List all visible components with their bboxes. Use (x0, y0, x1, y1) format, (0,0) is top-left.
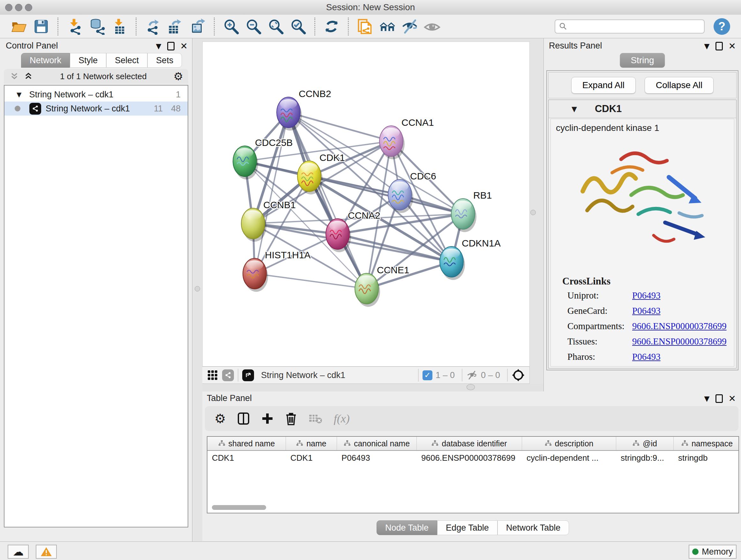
search-box[interactable] (555, 19, 704, 34)
hidden-eye-icon[interactable] (466, 370, 478, 380)
node-cdc6[interactable]: CDC6 (388, 171, 436, 213)
crosslink-link[interactable]: 9606.ENSP00000378699 (632, 336, 727, 347)
column-header-description[interactable]: description (522, 437, 616, 450)
table-horizontal-scrollbar[interactable] (212, 505, 266, 510)
collection-label: String Network – cdk1 (29, 90, 113, 100)
column-type-icon (632, 440, 639, 447)
delete-column-icon[interactable] (285, 412, 297, 425)
table-row[interactable]: CDK1CDK1P064939606.ENSP00000378699cyclin… (207, 451, 738, 465)
table-cell[interactable]: stringdb (674, 451, 739, 465)
crosslink-link[interactable]: P06493 (632, 352, 661, 362)
node-hist1h1a[interactable]: HIST1H1A (243, 250, 311, 292)
table-cell[interactable]: cyclin-dependent ... (522, 451, 616, 465)
export-table-icon[interactable] (167, 18, 184, 35)
tab-edge-table[interactable]: Edge Table (437, 520, 497, 535)
clone-network-icon[interactable] (357, 18, 374, 35)
tab-node-table[interactable]: Node Table (377, 520, 437, 535)
results-panel-collapse-icon[interactable]: ▼ (704, 42, 710, 50)
zoom-in-icon[interactable] (223, 18, 239, 35)
hide-selected-icon[interactable] (401, 18, 418, 35)
network-options-gear-icon[interactable]: ⚙ (174, 70, 183, 83)
collection-expand-icon[interactable]: ▼ (17, 91, 21, 98)
results-tab-string[interactable]: String (620, 53, 665, 68)
expand-all-button[interactable]: Expand All (571, 77, 636, 94)
tab-style[interactable]: Style (70, 53, 106, 68)
collapse-all-button[interactable]: Collapse All (645, 77, 714, 94)
results-panel-float-icon[interactable] (716, 42, 723, 51)
window-minimize-button[interactable] (15, 4, 22, 11)
node-ccna1[interactable]: CCNA1 (380, 117, 434, 159)
network-row[interactable]: String Network – cdk1 11 48 (4, 102, 188, 116)
collapse-all-networks-icon[interactable] (10, 71, 19, 81)
tab-select[interactable]: Select (106, 53, 147, 68)
warnings-button[interactable] (36, 545, 57, 559)
table-cell[interactable]: CDK1 (207, 451, 286, 465)
selected-nodes-checkbox[interactable]: ✓ (422, 370, 432, 380)
memory-button[interactable]: Memory (689, 545, 737, 559)
open-session-icon[interactable] (10, 18, 27, 35)
table-options-gear-icon[interactable]: ⚙ (214, 411, 226, 426)
control-panel-collapse-icon[interactable]: ▼ (156, 42, 161, 50)
node-cdkn1a[interactable]: CDKN1A (440, 238, 501, 280)
detach-view-icon[interactable] (242, 369, 254, 381)
table-cell[interactable]: stringdb:9... (616, 451, 674, 465)
crosslink-link[interactable]: P06493 (632, 306, 661, 316)
edge-ccne1-hist1h1a[interactable] (255, 273, 367, 289)
table-cell[interactable]: 9606.ENSP00000378699 (417, 451, 522, 465)
zoom-selected-icon[interactable] (290, 18, 307, 35)
table-cell[interactable]: P06493 (337, 451, 417, 465)
network-collection-row[interactable]: ▼ String Network – cdk1 1 (4, 87, 188, 102)
table-panel-collapse-icon[interactable]: ▼ (704, 395, 710, 402)
results-panel-close-icon[interactable]: ✕ (729, 41, 736, 51)
node-ccnb1[interactable]: CCNB1 (241, 199, 296, 242)
column-header-shared-name[interactable]: shared name (207, 437, 286, 450)
node-ccne1[interactable]: CCNE1 (355, 265, 409, 307)
refresh-icon[interactable] (323, 18, 340, 35)
right-splitter-handle[interactable] (530, 210, 536, 215)
window-close-button[interactable] (5, 4, 12, 11)
import-table-icon[interactable] (111, 18, 128, 35)
tab-sets[interactable]: Sets (147, 53, 182, 68)
node-rb1[interactable]: RB1 (451, 190, 492, 232)
column-header--id[interactable]: @id (616, 437, 674, 450)
grid-view-icon[interactable] (207, 369, 218, 381)
control-panel-close-icon[interactable]: ✕ (180, 41, 188, 51)
show-columns-icon[interactable] (237, 412, 250, 425)
window-zoom-button[interactable] (25, 4, 32, 11)
tab-network-table[interactable]: Network Table (497, 520, 569, 535)
first-neighbors-icon[interactable] (379, 18, 396, 35)
network-view-canvas[interactable]: CCNB2CCNA1CDC25BCDK1CDC6RB1CCNB1CCNA2CDK… (202, 42, 530, 367)
save-session-icon[interactable] (33, 18, 50, 35)
panel-divider-handle[interactable] (467, 384, 475, 390)
create-column-icon[interactable] (261, 412, 274, 425)
export-image-icon[interactable] (189, 18, 206, 35)
table-panel-close-icon[interactable]: ✕ (729, 393, 736, 404)
export-network-icon[interactable] (145, 18, 161, 35)
table-cell[interactable]: CDK1 (286, 451, 337, 465)
control-panel-float-icon[interactable] (167, 42, 175, 51)
table-panel-float-icon[interactable] (716, 394, 723, 403)
column-header-name[interactable]: name (286, 437, 337, 450)
cloud-status-button[interactable]: ☁ (8, 545, 29, 559)
crosslink-link[interactable]: 9606.ENSP00000378699 (632, 321, 727, 331)
help-button[interactable]: ? (714, 18, 730, 35)
column-header-database-identifier[interactable]: database identifier (417, 437, 522, 450)
import-network-from-database-icon[interactable] (89, 18, 105, 35)
edge-ccnb2-ccne1[interactable] (288, 112, 367, 289)
network-toolbar-separator (507, 369, 508, 381)
import-network-icon[interactable] (66, 18, 83, 35)
fit-content-crosshair-icon[interactable] (512, 368, 525, 382)
node-table[interactable]: shared namenamecanonical namedatabase id… (207, 436, 739, 513)
expand-all-networks-icon[interactable] (23, 71, 33, 81)
zoom-fit-icon[interactable] (267, 18, 284, 35)
crosslink-link[interactable]: P06493 (632, 290, 661, 301)
zoom-out-icon[interactable] (245, 18, 262, 35)
column-header-canonical-name[interactable]: canonical name (337, 437, 417, 450)
search-icon (559, 22, 567, 30)
column-header-namespace[interactable]: namespace (674, 437, 739, 450)
protein-section-collapse-icon[interactable]: ▼ (571, 105, 577, 113)
left-splitter-handle[interactable] (195, 286, 200, 292)
search-input[interactable] (570, 21, 700, 32)
network-view-share-icon[interactable] (222, 369, 234, 381)
tab-network[interactable]: Network (21, 53, 70, 68)
